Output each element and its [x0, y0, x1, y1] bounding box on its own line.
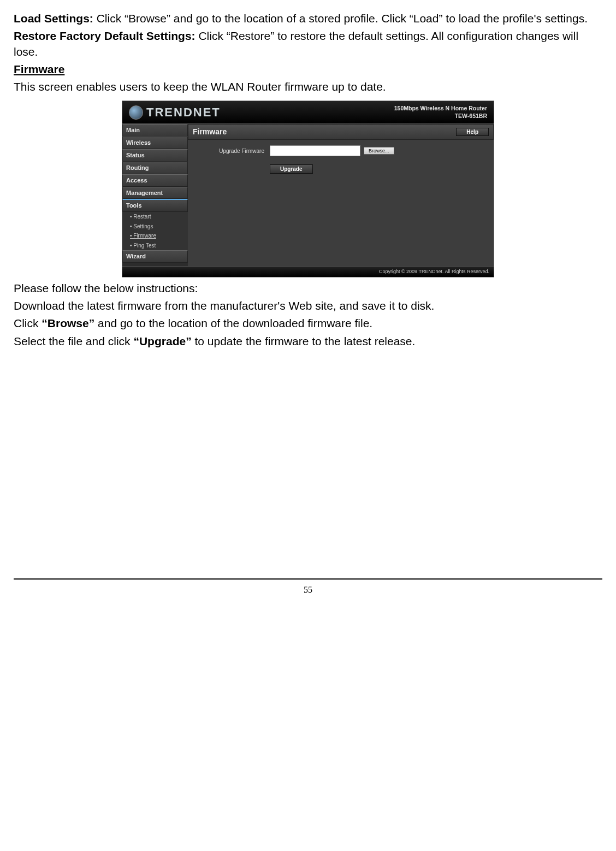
nav-routing[interactable]: Routing: [122, 162, 188, 174]
nav-status[interactable]: Status: [122, 149, 188, 162]
nav-management[interactable]: Management: [122, 187, 188, 199]
nav-access[interactable]: Access: [122, 174, 188, 187]
nav-wireless[interactable]: Wireless: [122, 137, 188, 149]
load-settings-label: Load Settings:: [14, 12, 97, 25]
load-settings-text: Click “Browse” and go to the location of…: [97, 12, 588, 25]
panel-title-bar: Firmware Help: [188, 124, 494, 140]
router-screenshot: TRENDNET 150Mbps Wireless N Home Router …: [122, 101, 494, 277]
page-footer: 55: [14, 578, 602, 596]
ss-header: TRENDNET 150Mbps Wireless N Home Router …: [122, 101, 494, 125]
firmware-file-input[interactable]: [270, 145, 360, 156]
brand-text: TRENDNET: [146, 104, 221, 121]
restore-para: Restore Factory Default Settings: Click …: [14, 28, 602, 60]
product-line1: 150Mbps Wireless N Home Router: [394, 105, 487, 113]
page-number: 55: [304, 585, 312, 594]
product-info: 150Mbps Wireless N Home Router TEW-651BR: [394, 105, 487, 120]
instr2-post: and go to the location of the downloaded…: [94, 317, 372, 329]
nav-tools[interactable]: Tools: [122, 199, 188, 212]
globe-icon: [129, 105, 143, 120]
product-line2: TEW-651BR: [394, 113, 487, 120]
sidebar: Main Wireless Status Routing Access Mana…: [122, 124, 188, 266]
restore-label: Restore Factory Default Settings:: [14, 29, 198, 42]
brand-logo: TRENDNET: [129, 104, 221, 121]
instr3-post: to update the firmware to the latest rel…: [192, 335, 416, 347]
sub-restart[interactable]: • Restart: [122, 212, 188, 222]
ss-body: Main Wireless Status Routing Access Mana…: [122, 124, 494, 266]
instr2: Click “Browse” and go to the location of…: [14, 316, 602, 331]
instr3-pre: Select the file and click: [14, 335, 133, 347]
main-panel: Firmware Help Upgrade Firmware Browse...…: [188, 124, 494, 266]
help-button[interactable]: Help: [456, 128, 489, 136]
sub-firmware[interactable]: • Firmware: [122, 231, 188, 241]
sub-ping[interactable]: • Ping Test: [122, 241, 188, 251]
firmware-form: Upgrade Firmware Browse... Upgrade: [188, 140, 494, 180]
nav-wizard[interactable]: Wizard: [122, 250, 188, 263]
sub-settings[interactable]: • Settings: [122, 222, 188, 232]
instructions-intro: Please follow the below instructions:: [14, 281, 602, 296]
load-settings-para: Load Settings: Click “Browse” and go to …: [14, 11, 602, 26]
browse-button[interactable]: Browse...: [364, 147, 394, 155]
upgrade-label: Upgrade Firmware: [204, 147, 266, 155]
instr3-bold: “Upgrade”: [133, 335, 191, 347]
instr3: Select the file and click “Upgrade” to u…: [14, 334, 602, 349]
firmware-intro: This screen enables users to keep the WL…: [14, 79, 602, 94]
panel-title: Firmware: [193, 127, 227, 137]
upgrade-button[interactable]: Upgrade: [270, 164, 313, 174]
instr1: Download the latest firmware from the ma…: [14, 298, 602, 314]
instr2-pre: Click: [14, 317, 42, 329]
nav-main[interactable]: Main: [122, 124, 188, 137]
firmware-heading: Firmware: [14, 62, 602, 77]
ss-footer: Copyright © 2009 TRENDnet. All Rights Re…: [122, 266, 494, 276]
upgrade-row: Upgrade Firmware Browse...: [204, 145, 488, 156]
instr2-bold: “Browse”: [42, 317, 94, 329]
